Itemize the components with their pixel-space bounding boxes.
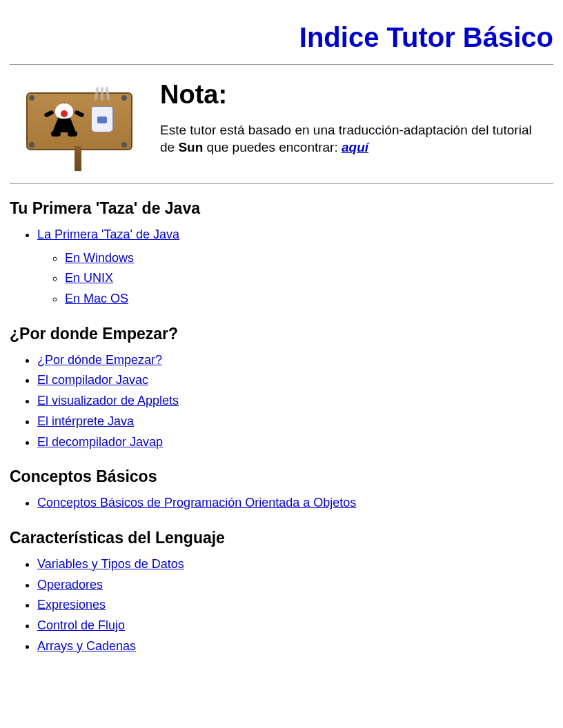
toc-link[interactable]: Operadores [37,578,103,592]
section-list: La Primera 'Taza' de JavaEn WindowsEn UN… [10,225,553,310]
toc-link[interactable]: En Windows [65,251,134,265]
toc-link[interactable]: Arrays y Cadenas [37,639,136,653]
section-heading: Características del Lenguaje [10,529,553,547]
toc-link[interactable]: El compilador Javac [37,373,148,387]
divider-after-note [10,183,553,184]
section-heading: ¿Por donde Empezar? [10,325,553,343]
list-item: En Mac OS [65,289,553,310]
list-item: ¿Por dónde Empezar? [37,350,553,371]
toc-link[interactable]: Control de Flujo [37,618,125,632]
toc-link[interactable]: En UNIX [65,271,113,285]
toc-link[interactable]: El decompilador Javap [37,435,163,449]
note-block: Nota: Este tutor está basado en una trad… [10,76,553,172]
page-title: Indice Tutor Básico [10,22,553,53]
section-list: Conceptos Básicos de Programación Orient… [10,493,553,514]
toc-link[interactable]: ¿Por dónde Empezar? [37,353,162,367]
list-item: En UNIX [65,268,553,289]
toc-link[interactable]: Expresiones [37,598,106,611]
section-list: Variables y Tipos de DatosOperadoresExpr… [10,554,553,656]
section-heading: Conceptos Básicos [10,467,553,486]
section-list: ¿Por dónde Empezar?El compilador JavacEl… [10,350,553,452]
list-item: Control de Flujo [37,616,553,636]
list-item: Variables y Tipos de Datos [37,554,553,575]
list-item: El visualizador de Applets [37,391,553,412]
list-item: En Windows [65,248,553,269]
note-paragraph: Este tutor está basado en una traducción… [160,122,533,156]
section-heading: Tu Primera 'Taza' de Java [10,199,553,218]
list-item: El compilador Javac [37,370,553,391]
steam-icon [94,87,110,106]
list-item: Arrays y Cadenas [37,636,553,657]
coffee-cup-icon [91,106,113,132]
list-item: El intérprete Java [37,412,553,432]
divider-top [10,64,553,65]
sub-list: En WindowsEn UNIXEn Mac OS [37,248,553,310]
toc-link[interactable]: El visualizador de Applets [37,394,179,407]
toc-link[interactable]: Conceptos Básicos de Programación Orient… [37,496,356,509]
duke-mascot-icon [46,99,83,142]
list-item: La Primera 'Taza' de JavaEn WindowsEn UN… [37,225,553,310]
list-item: Operadores [37,575,553,596]
list-item: Conceptos Básicos de Programación Orient… [37,493,553,514]
toc-link[interactable]: Variables y Tipos de Datos [37,557,184,571]
toc-link[interactable]: En Mac OS [65,292,128,305]
note-heading: Nota: [160,80,533,110]
note-bold-word: Sun [178,140,203,154]
java-sign-icon [10,76,148,172]
toc-link[interactable]: La Primera 'Taza' de Java [37,228,179,241]
list-item: El decompilador Javap [37,432,553,453]
note-text-after: que puedes encontrar: [203,140,342,154]
list-item: Expresiones [37,595,553,616]
toc-link[interactable]: El intérprete Java [37,414,134,428]
note-link-aqui[interactable]: aquí [342,140,368,154]
